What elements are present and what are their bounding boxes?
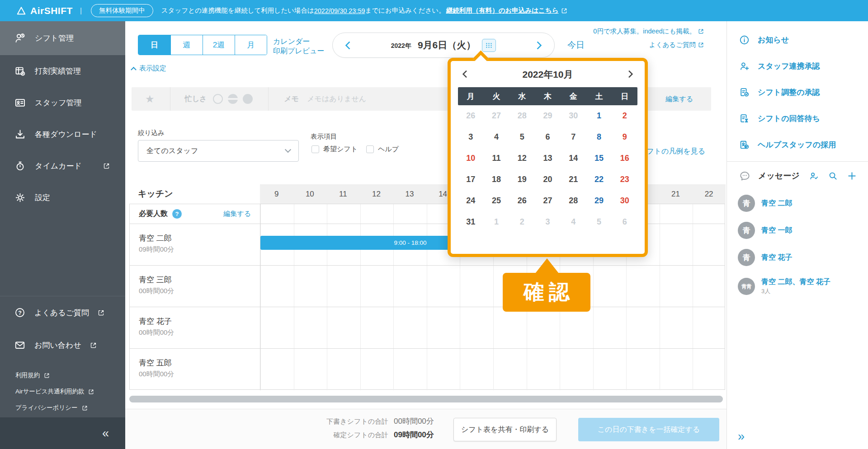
calendar-day[interactable]: 26 — [509, 190, 535, 211]
calendar-day[interactable]: 2 — [612, 105, 637, 126]
message-thread[interactable]: 青青 青空 二郎、青空 花子 3人 — [727, 271, 868, 302]
sidebar-item-timeclock-records[interactable]: 打刻実績管理 — [0, 55, 125, 87]
calendar-day[interactable]: 28 — [561, 190, 586, 211]
shift-legend-link[interactable]: シフトの凡例を見る — [639, 147, 705, 156]
calendar-day[interactable]: 30 — [561, 105, 586, 126]
calendar-day[interactable]: 5 — [509, 126, 535, 148]
next-month-button[interactable] — [627, 70, 632, 79]
calendar-day[interactable]: 7 — [561, 126, 586, 148]
sidebar-item-downloads[interactable]: 各種ダウンロード — [0, 118, 125, 150]
person-check-icon[interactable] — [809, 171, 819, 181]
bulk-confirm-button[interactable]: この日の下書きを一括確定する — [578, 418, 719, 441]
calendar-day[interactable]: 1 — [484, 211, 509, 233]
wish-shift-checkbox[interactable]: 希望シフト — [311, 145, 358, 154]
calendar-day[interactable]: 27 — [484, 105, 509, 126]
sidebar-item-shift-reply-waiting[interactable]: シフトの回答待ち — [727, 105, 868, 131]
sidebar-item-settings[interactable]: 設定 — [0, 182, 125, 213]
calendar-day[interactable]: 4 — [484, 126, 509, 148]
star-icon[interactable]: ★ — [145, 93, 155, 105]
calendar-day[interactable]: 29 — [535, 105, 561, 126]
calendar-picker-icon[interactable] — [482, 39, 496, 52]
tab-2week[interactable]: 2週 — [203, 35, 235, 55]
calendar-day[interactable]: 4 — [561, 211, 586, 233]
calendar-day[interactable]: 8 — [586, 126, 612, 148]
calendar-day[interactable]: 9 — [612, 126, 637, 148]
calendar-day[interactable]: 11 — [484, 148, 509, 169]
busy-low-icon[interactable] — [213, 94, 223, 104]
next-day-button[interactable] — [533, 41, 542, 49]
calendar-print-preview-link[interactable]: カレンダー 印刷プレビュー — [273, 37, 325, 56]
edit-required-button[interactable]: 編集する — [223, 210, 251, 218]
help-checkbox[interactable]: ヘルプ — [366, 145, 399, 154]
today-button[interactable]: 今日 — [567, 39, 585, 51]
message-thread[interactable]: 青 青空 二郎 — [727, 190, 868, 217]
calendar-day[interactable]: 18 — [484, 169, 509, 190]
tab-week[interactable]: 週 — [170, 35, 203, 55]
terms-link[interactable]: 利用規約 — [0, 367, 125, 384]
sidebar-item-shift-management[interactable]: シフト管理 — [0, 21, 125, 55]
faq-top-link[interactable]: よくあるご質問 — [649, 41, 704, 49]
calendar-day[interactable]: 27 — [535, 190, 561, 211]
privacy-policy-link[interactable]: プライバシーポリシー — [0, 400, 125, 416]
sidebar-item-faq[interactable]: ? よくあるご質問 — [0, 296, 125, 329]
calendar-day[interactable]: 2 — [509, 211, 535, 233]
calendar-day[interactable]: 10 — [458, 148, 484, 169]
calendar-day[interactable]: 12 — [509, 148, 535, 169]
staff-cell[interactable]: 青空 三郎 00時間00分 — [130, 266, 260, 307]
calendar-day[interactable]: 30 — [612, 190, 637, 211]
sidebar-item-contact[interactable]: お問い合わせ — [0, 329, 125, 361]
calendar-day[interactable]: 23 — [612, 169, 637, 190]
airshift-logo[interactable]: AirSHIFT — [16, 5, 73, 16]
message-thread[interactable]: 青 青空 一郎 — [727, 217, 868, 244]
prev-month-button[interactable] — [463, 70, 469, 79]
air-common-terms-link[interactable]: Airサービス共通利用約款 — [0, 384, 125, 400]
calendar-day[interactable]: 13 — [535, 148, 561, 169]
calendar-day[interactable]: 6 — [612, 211, 637, 233]
tab-day[interactable]: 日 — [138, 35, 170, 55]
plus-icon[interactable] — [847, 171, 857, 181]
calendar-day[interactable]: 19 — [509, 169, 535, 190]
busy-high-icon[interactable] — [243, 94, 253, 104]
horizontal-scrollbar[interactable] — [129, 396, 723, 402]
calendar-day[interactable]: 15 — [586, 148, 612, 169]
staff-cell[interactable]: 青空 二郎 09時間00分 — [130, 224, 260, 265]
message-thread[interactable]: 青 青空 花子 — [727, 244, 868, 271]
display-settings-toggle[interactable]: 表示設定 — [132, 64, 166, 73]
sidebar-item-staff-link-approval[interactable]: スタッフ連携承認 — [727, 53, 868, 79]
calendar-day[interactable]: 26 — [458, 105, 484, 126]
calendar-day[interactable]: 3 — [458, 126, 484, 148]
calendar-day[interactable]: 24 — [458, 190, 484, 211]
sidebar-item-timecard[interactable]: タイムカード — [0, 150, 125, 182]
calendar-day[interactable]: 6 — [535, 126, 561, 148]
sidebar-item-help-staff-hiring[interactable]: ヘルプスタッフの採用 — [727, 131, 868, 158]
calendar-day[interactable]: 31 — [458, 211, 484, 233]
staff-filter-select[interactable]: 全てのスタッフ — [138, 140, 299, 162]
sidebar-item-news[interactable]: お知らせ — [727, 27, 868, 53]
calendar-day[interactable]: 5 — [586, 211, 612, 233]
calendar-day[interactable]: 28 — [509, 105, 535, 126]
calendar-day[interactable]: 25 — [484, 190, 509, 211]
staff-cell[interactable]: 青空 五郎 00時間00分 — [130, 349, 260, 390]
calendar-day[interactable]: 22 — [586, 169, 612, 190]
calendar-day[interactable]: 1 — [586, 105, 612, 126]
busy-mid-icon[interactable] — [228, 94, 238, 104]
share-print-button[interactable]: シフト表を共有・印刷する — [453, 418, 557, 441]
calendar-day[interactable]: 20 — [535, 169, 561, 190]
calendar-day[interactable]: 14 — [561, 148, 586, 169]
calendar-day[interactable]: 17 — [458, 169, 484, 190]
help-question-icon[interactable]: ? — [172, 209, 182, 219]
calendar-day[interactable]: 29 — [586, 190, 612, 211]
paid-signup-link[interactable]: 継続利用（有料）のお申込みはこちら — [446, 6, 567, 15]
staff-cell[interactable]: 青空 花子 00時間00分 — [130, 307, 260, 348]
collapse-sidebar-button[interactable]: « — [102, 427, 109, 440]
calendar-day[interactable]: 3 — [535, 211, 561, 233]
calendar-day[interactable]: 16 — [612, 148, 637, 169]
edit-day-info-button[interactable]: 編集する — [665, 95, 693, 103]
search-icon[interactable] — [828, 171, 838, 181]
recruit-link[interactable]: 0円で求人募集。indeedにも掲載。 — [593, 27, 704, 36]
expand-panel-button[interactable]: » — [738, 430, 745, 443]
sidebar-item-staff-management[interactable]: スタッフ管理 — [0, 87, 125, 118]
tab-month[interactable]: 月 — [235, 35, 267, 55]
calendar-day[interactable]: 21 — [561, 169, 586, 190]
sidebar-item-shift-adjust-approval[interactable]: シフト調整の承認 — [727, 79, 868, 105]
